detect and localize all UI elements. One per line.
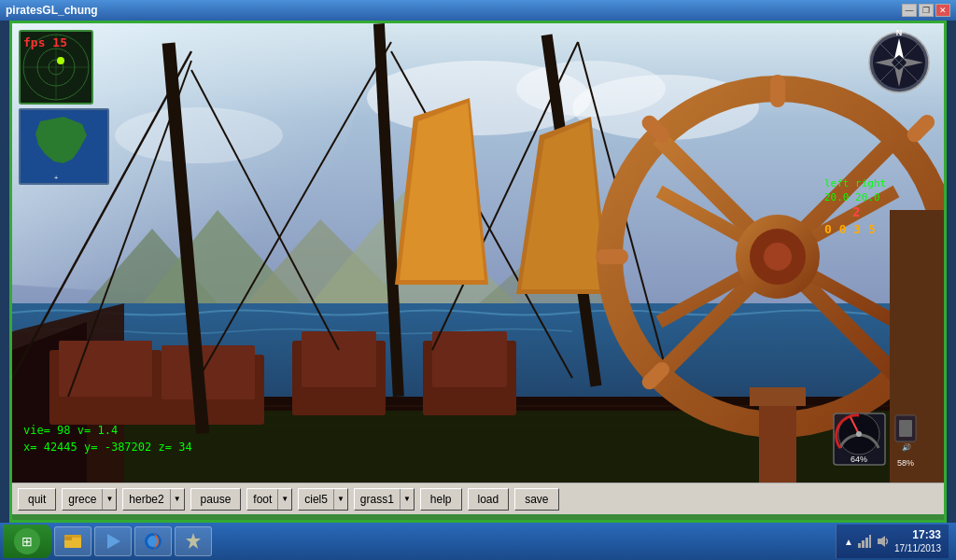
tray-expand[interactable]: ▲ bbox=[844, 537, 853, 547]
svg-text:+: + bbox=[54, 174, 59, 182]
svg-marker-111 bbox=[878, 536, 885, 547]
ciel5-label: ciel5 bbox=[299, 493, 333, 506]
close-button[interactable]: ✕ bbox=[935, 4, 950, 17]
taskbar-item-firefox[interactable] bbox=[134, 526, 172, 556]
svg-point-51 bbox=[764, 243, 792, 271]
volume-icon bbox=[876, 534, 891, 549]
grece-label: grece bbox=[63, 493, 102, 506]
start-button[interactable]: ⊞ bbox=[3, 525, 51, 558]
taskbar-left: ⊞ bbox=[0, 525, 212, 558]
window-title: piratesGL_chung bbox=[6, 4, 98, 17]
svg-point-69 bbox=[57, 57, 64, 64]
grece-dropdown[interactable]: grece ▼ bbox=[62, 488, 117, 511]
svg-text:64%: 64% bbox=[851, 455, 867, 464]
pause-button[interactable]: pause bbox=[190, 488, 242, 511]
herbe2-arrow[interactable]: ▼ bbox=[170, 489, 184, 510]
taskbar: ⊞ bbox=[0, 523, 956, 560]
taskbar-right: ▲ 17:33 17/11/2013 bbox=[836, 525, 956, 558]
svg-rect-61 bbox=[750, 387, 806, 406]
save-button[interactable]: save bbox=[514, 488, 558, 511]
ciel5-arrow[interactable]: ▼ bbox=[333, 489, 347, 510]
svg-rect-27 bbox=[432, 331, 507, 387]
help-button[interactable]: help bbox=[420, 488, 462, 511]
svg-text:0 0 3 5: 0 0 3 5 bbox=[824, 222, 876, 236]
svg-text:left    right: left right bbox=[824, 177, 886, 189]
svg-rect-60 bbox=[759, 397, 796, 483]
svg-text:x= 42445  y= -387202  z= 34: x= 42445 y= -387202 z= 34 bbox=[23, 441, 192, 454]
title-bar: piratesGL_chung — ❐ ✕ bbox=[0, 0, 956, 21]
svg-rect-23 bbox=[162, 345, 255, 399]
svg-point-90 bbox=[856, 431, 862, 437]
window-controls: — ❐ ✕ bbox=[902, 4, 950, 17]
svg-rect-108 bbox=[862, 540, 865, 548]
svg-rect-21 bbox=[59, 341, 152, 397]
svg-text:⊞: ⊞ bbox=[21, 534, 33, 549]
grece-arrow[interactable]: ▼ bbox=[102, 489, 116, 510]
load-button[interactable]: load bbox=[468, 488, 510, 511]
svg-rect-25 bbox=[302, 331, 376, 387]
ciel5-dropdown[interactable]: ciel5 ▼ bbox=[298, 488, 348, 511]
svg-rect-109 bbox=[865, 538, 868, 548]
grass1-arrow[interactable]: ▼ bbox=[400, 489, 414, 510]
svg-text:vie= 98  v= 1.4: vie= 98 v= 1.4 bbox=[23, 424, 118, 437]
svg-marker-103 bbox=[107, 534, 120, 549]
svg-rect-52 bbox=[770, 75, 785, 107]
taskbar-item-media[interactable] bbox=[94, 526, 132, 556]
svg-text:fps 15: fps 15 bbox=[23, 35, 67, 49]
svg-text:🔊: 🔊 bbox=[902, 442, 911, 452]
svg-text:N: N bbox=[896, 28, 903, 37]
svg-rect-110 bbox=[869, 535, 871, 548]
svg-rect-107 bbox=[858, 543, 861, 548]
game-scene: + fps 15 left right 20.0 20.0 2 0 0 3 5 … bbox=[12, 23, 944, 483]
game-window: + fps 15 left right 20.0 20.0 2 0 0 3 5 … bbox=[9, 21, 947, 523]
system-tray: ▲ 17:33 17/11/2013 bbox=[836, 525, 949, 558]
svg-text:58%: 58% bbox=[897, 458, 914, 468]
quit-button[interactable]: quit bbox=[18, 488, 56, 511]
foot-label: foot bbox=[247, 493, 277, 506]
game-viewport[interactable]: + fps 15 left right 20.0 20.0 2 0 0 3 5 … bbox=[12, 23, 944, 483]
maximize-button[interactable]: ❐ bbox=[919, 4, 934, 17]
foot-dropdown[interactable]: foot ▼ bbox=[246, 488, 292, 511]
svg-rect-54 bbox=[596, 249, 628, 264]
herbe2-label: herbe2 bbox=[123, 493, 169, 506]
clock-time: 17:33 bbox=[894, 527, 941, 543]
svg-rect-92 bbox=[899, 420, 912, 437]
system-clock: 17:33 17/11/2013 bbox=[894, 527, 941, 556]
network-icon bbox=[857, 534, 872, 549]
taskbar-item-game[interactable] bbox=[175, 526, 212, 556]
grass1-label: grass1 bbox=[355, 493, 400, 506]
herbe2-dropdown[interactable]: herbe2 ▼ bbox=[122, 488, 184, 511]
toolbar: quit grece ▼ herbe2 ▼ pause foot ▼ ciel5… bbox=[12, 483, 944, 514]
taskbar-item-files[interactable] bbox=[54, 526, 91, 556]
svg-marker-106 bbox=[186, 533, 201, 549]
svg-text:20.0    20.0: 20.0 20.0 bbox=[824, 191, 880, 203]
grass1-dropdown[interactable]: grass1 ▼ bbox=[354, 488, 415, 511]
foot-arrow[interactable]: ▼ bbox=[277, 489, 291, 510]
minimize-button[interactable]: — bbox=[902, 4, 917, 17]
svg-text:2: 2 bbox=[852, 204, 860, 219]
svg-rect-102 bbox=[64, 537, 72, 540]
clock-date: 17/11/2013 bbox=[894, 542, 941, 555]
svg-point-5 bbox=[115, 107, 283, 163]
